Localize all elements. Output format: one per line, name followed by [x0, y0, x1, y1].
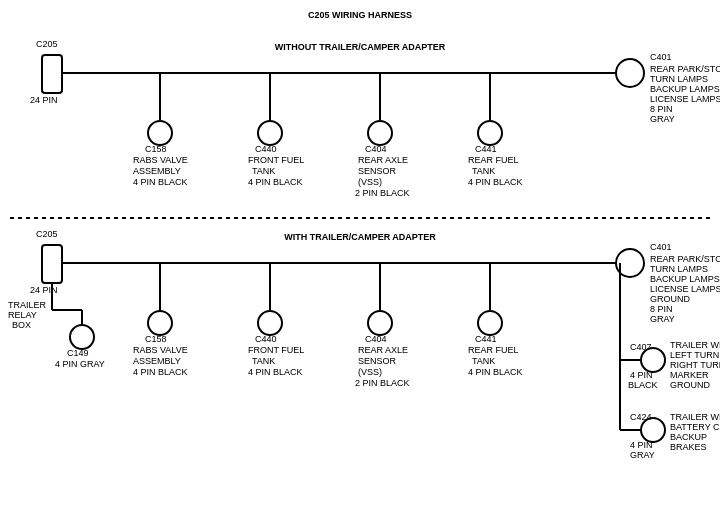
top-c401-pins: 8 PIN — [650, 104, 673, 114]
bottom-c158-connector — [148, 311, 172, 335]
top-c441-desc2: TANK — [472, 166, 495, 176]
bottom-c158-desc2: ASSEMBLY — [133, 356, 181, 366]
wiring-diagram: C205 WIRING HARNESS WITHOUT TRAILER/CAMP… — [0, 0, 720, 517]
bottom-c441-desc2: TANK — [472, 356, 495, 366]
top-c404-id: C404 — [365, 144, 387, 154]
top-c404-desc4: 2 PIN BLACK — [355, 188, 410, 198]
bottom-c424-label1: TRAILER WIRES — [670, 412, 720, 422]
bottom-c401-pins: 8 PIN — [650, 304, 673, 314]
top-c440-desc3: 4 PIN BLACK — [248, 177, 303, 187]
bottom-relay-label2: RELAY — [8, 310, 37, 320]
top-c440-desc2: TANK — [252, 166, 275, 176]
top-c441-desc3: 4 PIN BLACK — [468, 177, 523, 187]
top-c158-id: C158 — [145, 144, 167, 154]
top-c404-connector — [368, 121, 392, 145]
top-c401-desc3: BACKUP LAMPS — [650, 84, 720, 94]
bottom-c424-label3: BACKUP — [670, 432, 707, 442]
bottom-c158-desc1: RABS VALVE — [133, 345, 188, 355]
bottom-c158-id: C158 — [145, 334, 167, 344]
top-c158-connector — [148, 121, 172, 145]
section2-label: WITH TRAILER/CAMPER ADAPTER — [284, 232, 436, 242]
bottom-c404-id: C404 — [365, 334, 387, 344]
bottom-c404-desc3: (VSS) — [358, 367, 382, 377]
top-c401-desc4: LICENSE LAMPS — [650, 94, 720, 104]
top-c158-desc1: RABS VALVE — [133, 155, 188, 165]
bottom-c149-id: C149 — [67, 348, 89, 358]
top-c401-color: GRAY — [650, 114, 675, 124]
bottom-c424-color: GRAY — [630, 450, 655, 460]
bottom-c404-desc2: SENSOR — [358, 356, 397, 366]
top-c401-label: C401 — [650, 52, 672, 62]
bottom-c441-desc3: 4 PIN BLACK — [468, 367, 523, 377]
section1-label: WITHOUT TRAILER/CAMPER ADAPTER — [275, 42, 446, 52]
top-c205-pins: 24 PIN — [30, 95, 58, 105]
top-c158-desc2: ASSEMBLY — [133, 166, 181, 176]
bottom-c149-connector — [70, 325, 94, 349]
bottom-c149-desc: 4 PIN GRAY — [55, 359, 105, 369]
bottom-c407-label1: TRAILER WIRES — [670, 340, 720, 350]
bottom-c205-connector — [42, 245, 62, 283]
top-c440-id: C440 — [255, 144, 277, 154]
bottom-c407-label4: MARKER — [670, 370, 709, 380]
bottom-c401-color: GRAY — [650, 314, 675, 324]
bottom-c424-id: C424 — [630, 412, 652, 422]
top-c158-desc3: 4 PIN BLACK — [133, 177, 188, 187]
top-c401-desc2: TURN LAMPS — [650, 74, 708, 84]
bottom-relay-label1: TRAILER — [8, 300, 47, 310]
bottom-c401-label: C401 — [650, 242, 672, 252]
bottom-c440-desc2: TANK — [252, 356, 275, 366]
bottom-c205-pins: 24 PIN — [30, 285, 58, 295]
top-c401-connector — [616, 59, 644, 87]
top-c401-desc1: REAR PARK/STOP — [650, 64, 720, 74]
bottom-c440-connector — [258, 311, 282, 335]
bottom-c441-desc1: REAR FUEL — [468, 345, 519, 355]
top-c440-connector — [258, 121, 282, 145]
bottom-c441-id: C441 — [475, 334, 497, 344]
bottom-c404-desc1: REAR AXLE — [358, 345, 408, 355]
top-c205-connector — [42, 55, 62, 93]
bottom-relay-label3: BOX — [12, 320, 31, 330]
bottom-c424-label2: BATTERY CHARGE — [670, 422, 720, 432]
top-c404-desc2: SENSOR — [358, 166, 397, 176]
bottom-c441-connector — [478, 311, 502, 335]
bottom-c407-color: BLACK — [628, 380, 658, 390]
bottom-c424-pins: 4 PIN — [630, 440, 653, 450]
bottom-c407-pins: 4 PIN — [630, 370, 653, 380]
bottom-c404-desc4: 2 PIN BLACK — [355, 378, 410, 388]
bottom-c205-label: C205 — [36, 229, 58, 239]
bottom-c407-id: C407 — [630, 342, 652, 352]
top-c441-id: C441 — [475, 144, 497, 154]
bottom-c401-desc2: TURN LAMPS — [650, 264, 708, 274]
top-c441-connector — [478, 121, 502, 145]
top-c404-desc3: (VSS) — [358, 177, 382, 187]
bottom-c158-desc3: 4 PIN BLACK — [133, 367, 188, 377]
bottom-c401-desc5: GROUND — [650, 294, 690, 304]
bottom-c407-label5: GROUND — [670, 380, 710, 390]
bottom-c407-label2: LEFT TURN — [670, 350, 719, 360]
bottom-c401-desc1: REAR PARK/STOP — [650, 254, 720, 264]
page-title: C205 WIRING HARNESS — [308, 10, 412, 20]
bottom-c440-desc3: 4 PIN BLACK — [248, 367, 303, 377]
top-c404-desc1: REAR AXLE — [358, 155, 408, 165]
bottom-c407-label3: RIGHT TURN — [670, 360, 720, 370]
bottom-c440-desc1: FRONT FUEL — [248, 345, 304, 355]
bottom-c404-connector — [368, 311, 392, 335]
top-c440-desc1: FRONT FUEL — [248, 155, 304, 165]
bottom-c440-id: C440 — [255, 334, 277, 344]
bottom-c424-label4: BRAKES — [670, 442, 707, 452]
top-c205-label: C205 — [36, 39, 58, 49]
top-c441-desc1: REAR FUEL — [468, 155, 519, 165]
bottom-c401-desc3: BACKUP LAMPS — [650, 274, 720, 284]
bottom-c401-desc4: LICENSE LAMPS — [650, 284, 720, 294]
